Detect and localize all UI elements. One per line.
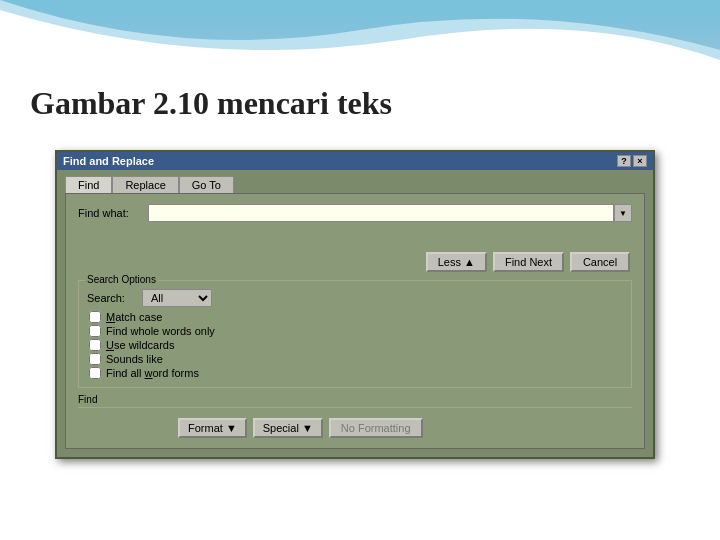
whole-words-label: Find whole words only (106, 325, 215, 337)
find-divider (78, 407, 632, 408)
checkbox-sounds-like: Sounds like (89, 353, 623, 365)
find-section-label: Find (78, 394, 632, 405)
sounds-like-label: Sounds like (106, 353, 163, 365)
search-label: Search: (87, 292, 142, 304)
no-formatting-button[interactable]: No Formatting (329, 418, 423, 438)
buttons-row: Less ▲ Find Next Cancel (78, 252, 632, 272)
find-what-label: Find what: (78, 207, 148, 219)
tab-goto[interactable]: Go To (179, 176, 234, 193)
sounds-like-checkbox[interactable] (89, 353, 101, 365)
find-what-input[interactable] (148, 204, 614, 222)
titlebar-controls: ? × (617, 155, 647, 167)
search-select[interactable]: All Up Down (142, 289, 212, 307)
dialog-body: Find Replace Go To Find what: ▼ Less ▲ F… (57, 170, 653, 457)
checkbox-whole-words: Find whole words only (89, 325, 623, 337)
match-case-label: Match case (106, 311, 162, 323)
page-title: Gambar 2.10 mencari teks (30, 85, 392, 122)
find-what-input-wrap: ▼ (148, 204, 632, 222)
cancel-button[interactable]: Cancel (570, 252, 630, 272)
close-button[interactable]: × (633, 155, 647, 167)
all-word-forms-label: Find all word forms (106, 367, 199, 379)
dialog-title: Find and Replace (63, 155, 154, 167)
match-case-checkbox[interactable] (89, 311, 101, 323)
search-options-legend: Search Options (85, 274, 158, 285)
find-next-button[interactable]: Find Next (493, 252, 564, 272)
tab-find[interactable]: Find (65, 176, 112, 193)
dialog-tabs: Find Replace Go To (65, 176, 645, 193)
whole-words-checkbox[interactable] (89, 325, 101, 337)
dialog-titlebar: Find and Replace ? × (57, 152, 653, 170)
search-select-wrap: All Up Down (142, 289, 212, 307)
find-bottom-section: Find Format ▼ Special ▼ No Formatting (78, 394, 632, 438)
search-row: Search: All Up Down (87, 289, 623, 307)
checkbox-match-case: Match case (89, 311, 623, 323)
checkbox-wildcards: Use wildcards (89, 339, 623, 351)
tab-replace[interactable]: Replace (112, 176, 178, 193)
dialog-content: Find what: ▼ Less ▲ Find Next Cancel Sea… (65, 193, 645, 449)
format-button[interactable]: Format ▼ (178, 418, 247, 438)
checkbox-all-word-forms: Find all word forms (89, 367, 623, 379)
special-button[interactable]: Special ▼ (253, 418, 323, 438)
wildcards-checkbox[interactable] (89, 339, 101, 351)
less-button[interactable]: Less ▲ (426, 252, 487, 272)
all-word-forms-checkbox[interactable] (89, 367, 101, 379)
help-button[interactable]: ? (617, 155, 631, 167)
wildcards-label: Use wildcards (106, 339, 174, 351)
find-what-dropdown-arrow[interactable]: ▼ (614, 204, 632, 222)
search-options-section: Search Options Search: All Up Down (78, 280, 632, 388)
top-decoration (0, 0, 720, 80)
find-bottom-buttons: Format ▼ Special ▼ No Formatting (78, 412, 632, 438)
find-replace-dialog: Find and Replace ? × Find Replace Go To … (55, 150, 655, 459)
find-what-row: Find what: ▼ (78, 204, 632, 222)
